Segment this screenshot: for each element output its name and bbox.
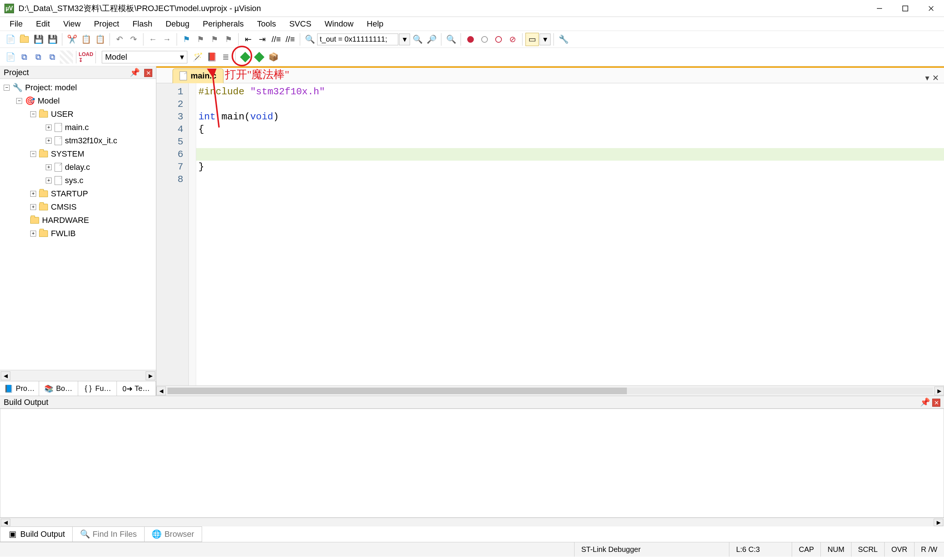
scroll-right-icon[interactable]: ▸ — [146, 371, 155, 380]
tree-file-main-c[interactable]: +main.c — [2, 121, 154, 134]
tree-file-stm32f10x_it-c[interactable]: +stm32f10x_it.c — [2, 134, 154, 148]
scroll-left-icon[interactable]: ◂ — [156, 386, 166, 395]
nav-back-icon[interactable]: ← — [147, 33, 160, 46]
save-all-icon[interactable]: 💾 — [46, 33, 59, 46]
debug-start-icon[interactable]: 🔍 — [444, 33, 458, 46]
find-dropdown[interactable]: ▾ — [399, 34, 410, 45]
uncomment-icon[interactable]: //≡ — [284, 33, 297, 46]
find-in-files-icon[interactable]: 🔍 — [303, 33, 316, 46]
comment-icon[interactable]: //≡ — [270, 33, 283, 46]
tree-group-user[interactable]: −USER — [2, 108, 154, 121]
build-tab-build-output[interactable]: ▣Build Output — [0, 526, 72, 542]
pin-icon[interactable]: 📌 — [920, 397, 930, 407]
scroll-right-icon[interactable]: ▸ — [935, 386, 944, 395]
tree-group-hardware[interactable]: HARDWARE — [2, 214, 154, 227]
scroll-left-icon[interactable]: ◂ — [1, 519, 10, 526]
project-tab-1[interactable]: 📚Bo… — [39, 381, 78, 396]
nav-fwd-icon[interactable]: → — [160, 33, 174, 46]
tree-target[interactable]: −🎯Model — [2, 94, 154, 108]
menu-view[interactable]: View — [56, 17, 87, 31]
bookmark-next-icon[interactable]: ⚑ — [208, 33, 221, 46]
menu-project[interactable]: Project — [87, 17, 126, 31]
redo-icon[interactable]: ↷ — [127, 33, 140, 46]
scroll-right-icon[interactable]: ▸ — [934, 519, 943, 526]
download-icon[interactable]: LOAD↧ — [79, 51, 93, 64]
tab-close-icon[interactable]: ✕ — [932, 73, 939, 83]
window-layout-dropdown[interactable]: ▾ — [540, 34, 551, 45]
tree-group-fwlib[interactable]: +FWLIB — [2, 227, 154, 240]
project-tab-3[interactable]: 0➜Te… — [117, 381, 156, 396]
tree-project-root[interactable]: −🔧Project: model — [2, 81, 154, 94]
project-tab-2[interactable]: { }Fu… — [78, 381, 117, 396]
target-options-icon[interactable]: 🪄 — [191, 51, 204, 64]
project-hscroll[interactable]: ◂ ▸ — [0, 370, 156, 381]
incremental-find-icon[interactable]: 🔎 — [425, 33, 438, 46]
cut-icon[interactable]: ✂️ — [65, 33, 79, 46]
scroll-left-icon[interactable]: ◂ — [1, 371, 10, 380]
file-ext-icon[interactable]: 📕 — [205, 51, 218, 64]
rebuild-icon[interactable]: ⧉ — [32, 51, 45, 64]
target-select[interactable]: Model ▾ — [102, 51, 187, 63]
tree-file-sys-c[interactable]: +sys.c — [2, 174, 154, 187]
panel-close-icon[interactable]: ✕ — [144, 69, 152, 77]
menu-tools[interactable]: Tools — [250, 17, 282, 31]
indent-right-icon[interactable]: ⇥ — [256, 33, 269, 46]
bookmark-clear-icon[interactable]: ⚑ — [222, 33, 235, 46]
pin-icon[interactable]: 📌 — [130, 68, 140, 77]
undo-icon[interactable]: ↶ — [113, 33, 126, 46]
find-next-icon[interactable]: 🔍 — [411, 33, 424, 46]
stop-build-icon[interactable] — [60, 51, 73, 64]
menu-file[interactable]: File — [3, 17, 29, 31]
breakpoint-insert-icon[interactable] — [464, 33, 477, 46]
project-tab-0[interactable]: 📘Pro… — [0, 381, 39, 396]
find-input[interactable] — [317, 34, 398, 45]
breakpoint-enable-icon[interactable] — [478, 33, 491, 46]
tree-group-cmsis[interactable]: +CMSIS — [2, 200, 154, 214]
breakpoint-disable-icon[interactable] — [492, 33, 505, 46]
build-tab-browser[interactable]: 🌐Browser — [144, 526, 202, 542]
indent-left-icon[interactable]: ⇤ — [242, 33, 255, 46]
menu-window[interactable]: Window — [318, 17, 360, 31]
copy-icon[interactable]: 📋 — [79, 33, 93, 46]
project-tree[interactable]: −🔧Project: model−🎯Model−USER+main.c+stm3… — [0, 79, 156, 370]
pack-installer-icon[interactable]: 📦 — [267, 51, 280, 64]
menu-svcs[interactable]: SVCS — [282, 17, 318, 31]
build-icon[interactable]: ⧉ — [18, 51, 31, 64]
code-editor[interactable]: 12345678 #include "stm32f10x.h" int main… — [156, 83, 944, 385]
scroll-track[interactable] — [167, 388, 933, 394]
build-tab-find-in-files[interactable]: 🔍Find In Files — [72, 526, 145, 542]
manage-project-icon[interactable]: ≣ — [219, 51, 232, 64]
open-icon[interactable] — [18, 33, 31, 46]
build-output-text[interactable] — [0, 409, 944, 518]
minimize-button[interactable] — [867, 0, 892, 17]
tree-file-delay-c[interactable]: +delay.c — [2, 161, 154, 174]
new-file-icon[interactable]: 📄 — [4, 33, 17, 46]
build-hscroll[interactable]: ◂ ▸ — [0, 518, 944, 526]
editor-tab-main-c[interactable]: main.c — [173, 69, 224, 83]
tree-group-startup[interactable]: +STARTUP — [2, 187, 154, 200]
editor-hscroll[interactable]: ◂ ▸ — [156, 385, 944, 396]
close-button[interactable] — [918, 0, 944, 17]
menu-help[interactable]: Help — [360, 17, 390, 31]
maximize-button[interactable] — [892, 0, 918, 17]
code-body[interactable]: #include "stm32f10x.h" int main(void){ } — [196, 83, 944, 385]
paste-icon[interactable]: 📋 — [93, 33, 106, 46]
menu-debug[interactable]: Debug — [159, 17, 196, 31]
select-pack-icon[interactable] — [253, 51, 266, 64]
translate-icon[interactable]: 📄 — [4, 51, 17, 64]
save-icon[interactable]: 💾 — [32, 33, 45, 46]
menu-flash[interactable]: Flash — [126, 17, 159, 31]
tree-group-system[interactable]: −SYSTEM — [2, 148, 154, 161]
scroll-thumb[interactable] — [167, 388, 627, 394]
bookmark-prev-icon[interactable]: ⚑ — [194, 33, 207, 46]
window-layout-icon[interactable]: ▭ — [526, 33, 539, 46]
menu-peripherals[interactable]: Peripherals — [196, 17, 250, 31]
panel-close-icon[interactable]: ✕ — [932, 398, 940, 407]
manage-rte-icon[interactable] — [239, 51, 252, 64]
menu-edit[interactable]: Edit — [29, 17, 56, 31]
breakpoint-kill-icon[interactable]: ⊘ — [506, 33, 519, 46]
bookmark-toggle-icon[interactable]: ⚑ — [180, 33, 193, 46]
configure-icon[interactable]: 🔧 — [557, 33, 570, 46]
batch-build-icon[interactable]: ⧉ — [46, 51, 59, 64]
tab-dropdown-icon[interactable]: ▾ — [925, 73, 929, 83]
